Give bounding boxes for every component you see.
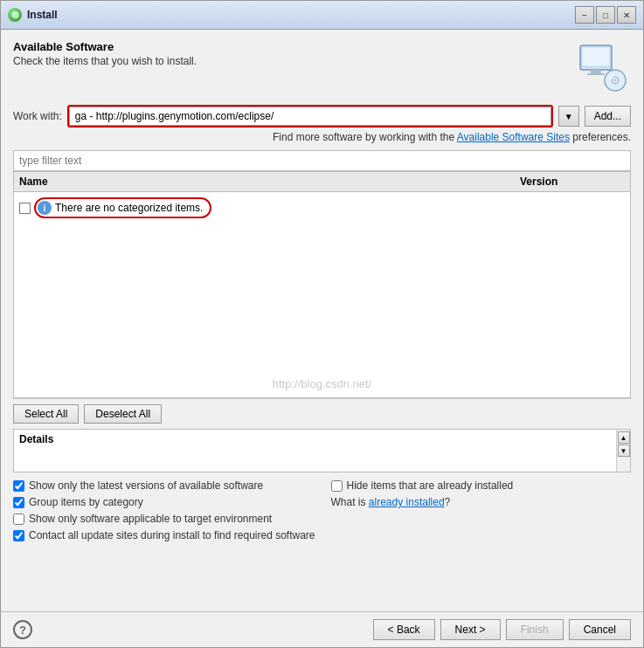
install-window: ⚙ Install − □ ✕ Available Software Check…: [0, 0, 644, 648]
svg-point-6: [613, 79, 617, 82]
next-button[interactable]: Next >: [440, 619, 501, 640]
work-with-row: Work with: ▼ Add...: [13, 105, 631, 128]
no-items-circle: i There are no categorized items.: [34, 197, 211, 218]
opt-hide-installed-checkbox[interactable]: [331, 480, 343, 492]
options-section: Show only the latest versions of availab…: [13, 479, 631, 541]
select-all-button[interactable]: Select All: [13, 404, 79, 424]
opt-group-label[interactable]: Group items by category: [29, 496, 143, 508]
opt-latest-label[interactable]: Show only the latest versions of availab…: [29, 479, 263, 492]
option-latest-versions: Show only the latest versions of availab…: [13, 479, 314, 492]
options-row-2: Group items by category What is already …: [13, 496, 631, 508]
work-with-input[interactable]: [69, 107, 551, 126]
watermark: http://blog.csdn.net/: [273, 377, 371, 390]
deselect-all-button[interactable]: Deselect All: [84, 404, 162, 424]
nav-buttons: < Back Next > Finish Cancel: [373, 619, 631, 640]
no-items-row: i There are no categorized items.: [19, 197, 625, 218]
back-button[interactable]: < Back: [373, 619, 435, 640]
svg-rect-3: [587, 73, 605, 75]
top-area: Available Software Check the items that …: [13, 40, 631, 96]
what-is-label: What is already installed?: [331, 496, 451, 508]
find-more-suffix: preferences.: [570, 131, 631, 143]
info-icon: i: [38, 201, 52, 215]
cancel-button[interactable]: Cancel: [569, 619, 631, 640]
main-content: Available Software Check the items that …: [1, 30, 643, 611]
scroll-up-arrow[interactable]: ▲: [618, 431, 630, 444]
install-icon: [575, 40, 631, 96]
select-buttons: Select All Deselect All: [13, 398, 631, 429]
svg-rect-1: [582, 47, 610, 66]
title-bar: ⚙ Install − □ ✕: [1, 1, 643, 30]
minimize-button[interactable]: −: [575, 6, 594, 24]
work-with-label: Work with:: [13, 110, 62, 122]
help-icon[interactable]: ?: [13, 620, 32, 639]
details-body: [14, 449, 616, 472]
details-section: Details ▲ ▼: [13, 429, 631, 472]
opt-target-env-checkbox[interactable]: [13, 514, 24, 525]
header-text: Available Software Check the items that …: [13, 40, 197, 76]
opt-hide-installed-label[interactable]: Hide items that are already installed: [347, 479, 514, 492]
filter-input[interactable]: [13, 150, 631, 171]
option-target-env: Show only software applicable to target …: [13, 513, 631, 525]
close-button[interactable]: ✕: [617, 6, 636, 24]
option-hide-installed: Hide items that are already installed: [331, 479, 632, 492]
col-name-header: Name: [19, 176, 520, 188]
maximize-button[interactable]: □: [596, 6, 615, 24]
already-installed-link[interactable]: already installed: [369, 496, 445, 508]
scroll-down-arrow[interactable]: ▼: [618, 445, 630, 457]
window-title: Install: [27, 9, 58, 21]
opt-target-env-label[interactable]: Show only software applicable to target …: [29, 513, 272, 525]
table-header: Name Version: [14, 172, 630, 192]
options-row-3: Show only software applicable to target …: [13, 513, 631, 525]
find-more-text: Find more software by working with the: [273, 131, 457, 143]
opt-latest-checkbox[interactable]: [13, 480, 24, 492]
no-items-checkbox[interactable]: [19, 203, 31, 214]
details-container: Details: [14, 430, 616, 472]
window-icon: ⚙: [8, 8, 22, 22]
opt-contact-update-checkbox[interactable]: [13, 530, 24, 541]
work-with-dropdown[interactable]: ▼: [558, 106, 579, 127]
bottom-bar: ? < Back Next > Finish Cancel: [1, 611, 643, 647]
details-scrollbar: ▲ ▼: [616, 430, 630, 472]
col-version-header: Version: [520, 176, 625, 188]
section-title: Available Software: [13, 40, 197, 53]
finish-button[interactable]: Finish: [506, 619, 564, 640]
software-table: Name Version i There are no categorized …: [13, 171, 631, 398]
option-already-installed: What is already installed?: [331, 496, 632, 508]
option-group-category: Group items by category: [13, 496, 314, 508]
opt-contact-update-label[interactable]: Contact all update sites during install …: [29, 529, 315, 541]
available-software-sites-link[interactable]: Available Software Sites: [457, 131, 570, 143]
details-header: Details: [14, 430, 616, 449]
table-body: i There are no categorized items. http:/…: [14, 192, 630, 397]
opt-group-checkbox[interactable]: [13, 497, 24, 508]
svg-rect-2: [591, 70, 601, 73]
section-subtitle: Check the items that you wish to install…: [13, 55, 197, 67]
options-row-1: Show only the latest versions of availab…: [13, 479, 631, 492]
title-bar-left: ⚙ Install: [8, 8, 58, 22]
options-row-4: Contact all update sites during install …: [13, 529, 631, 541]
add-button[interactable]: Add...: [585, 106, 631, 127]
find-more-row: Find more software by working with the A…: [13, 131, 631, 143]
cd-icon-svg: [578, 44, 627, 93]
no-items-message: There are no categorized items.: [55, 202, 203, 214]
work-with-input-wrapper: [67, 105, 553, 128]
title-controls: − □ ✕: [575, 6, 636, 24]
option-contact-update: Contact all update sites during install …: [13, 529, 631, 541]
